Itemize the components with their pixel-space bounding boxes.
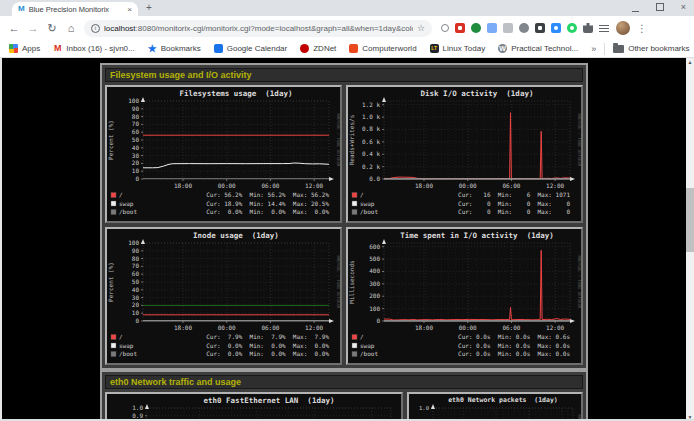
close-button[interactable]: × xyxy=(681,2,686,12)
gmail-extension-icon[interactable] xyxy=(455,23,465,33)
globe-extension-icon[interactable] xyxy=(471,23,481,33)
magnifier-extension-icon[interactable] xyxy=(441,24,449,32)
svg-text:06:00: 06:00 xyxy=(261,182,279,189)
time-spent-io-chart[interactable]: 010020030040050060018:0000:0006:0012:00T… xyxy=(346,227,583,365)
chat-extension-icon[interactable] xyxy=(551,23,561,33)
page-info-icon[interactable]: i xyxy=(91,24,100,33)
svg-text:Cur: 0.0s Min: 0.0s Max: 0.0: Cur: 0.0s Min: 0.0s Max: 0.0s xyxy=(458,350,570,357)
address-bar[interactable]: i localhost:8080/monitorix-cgi/monitorix… xyxy=(84,20,432,37)
svg-text:0.2 k: 0.2 k xyxy=(362,163,380,170)
profile-avatar[interactable] xyxy=(616,21,630,35)
monitorix-favicon: M xyxy=(18,4,25,14)
svg-text:Cur: 0.0% Min: 0.0% Max:: Cur: 0.0% Min: 0.0% Max: 0.0% xyxy=(206,208,329,215)
extensions-puzzle-icon[interactable] xyxy=(583,23,593,33)
svg-text:600: 600 xyxy=(369,243,380,250)
tune-extension-icon[interactable] xyxy=(599,23,609,33)
svg-text:eth0 FastEthernet LAN (1day): eth0 FastEthernet LAN (1day) xyxy=(204,396,335,405)
pages-extension-icon[interactable] xyxy=(487,23,497,33)
bookmark-computerworld[interactable]: Computerworld xyxy=(349,44,416,53)
svg-text:0.8 k: 0.8 k xyxy=(362,125,380,132)
svg-text:swap: swap xyxy=(360,342,375,350)
forward-icon[interactable]: → xyxy=(27,22,39,34)
svg-text:80: 80 xyxy=(132,113,140,120)
messenger-extension-icon[interactable] xyxy=(567,23,577,33)
svg-text:swap: swap xyxy=(360,200,375,208)
minimize-button[interactable] xyxy=(632,3,639,12)
svg-text:20: 20 xyxy=(132,159,140,166)
monitorix-page: Filesystem usage and I/O activity 010203… xyxy=(0,58,686,421)
bookmark-zdnet[interactable]: ZDNet xyxy=(300,44,336,53)
bookmarks-bar: Apps MInbox (16) - sjvn0... ★Bookmarks G… xyxy=(0,40,694,58)
scrollbar-thumb[interactable] xyxy=(686,188,694,252)
eth0-traffic-chart[interactable]: 0.00.10.20.30.40.50.60.70.80.91.018:0000… xyxy=(105,392,403,421)
bookmark-star-icon[interactable]: ☆ xyxy=(417,23,425,33)
svg-text:50: 50 xyxy=(132,136,140,143)
folder-icon xyxy=(613,45,624,53)
bookmark-linux-today[interactable]: LTLinux Today xyxy=(430,44,486,53)
maximize-button[interactable] xyxy=(656,3,664,11)
svg-text:30: 30 xyxy=(132,152,140,159)
svg-text:0.4 k: 0.4 k xyxy=(362,150,380,157)
svg-text:00:00: 00:00 xyxy=(459,324,477,331)
svg-text:/: / xyxy=(360,333,364,340)
disk-io-activity-chart[interactable]: 0.00.2 k0.4 k0.6 k0.8 k1.0 k1.2 k18:0000… xyxy=(346,85,583,223)
calendar-icon xyxy=(214,44,223,53)
svg-text:swap: swap xyxy=(119,200,134,208)
svg-text:1.2 k: 1.2 k xyxy=(362,101,380,108)
svg-text:06:00: 06:00 xyxy=(261,324,279,331)
svg-text:Cur: 16 Min: 6 Max: 107: Cur: 16 Min: 6 Max: 1071 xyxy=(458,191,570,198)
svg-text:RRDTOOL / TOBI OETIKER: RRDTOOL / TOBI OETIKER xyxy=(336,114,340,168)
svg-text:Cur: 56.2% Min: 56.2% Max: 5: Cur: 56.2% Min: 56.2% Max: 56.2% xyxy=(206,191,329,198)
tab-close-icon[interactable]: × xyxy=(127,5,132,14)
apps-grid-icon xyxy=(9,44,18,53)
gray-square-extension-icon[interactable] xyxy=(503,23,513,33)
svg-text:Cur: 7.9% Min: 7.9% Max:: Cur: 7.9% Min: 7.9% Max: 7.9% xyxy=(206,333,329,340)
browser-tab[interactable]: M Blue Precision Monitorix × xyxy=(12,2,138,16)
page-scrollbar[interactable]: ▲ ▼ xyxy=(686,58,694,421)
svg-text:100: 100 xyxy=(128,239,139,246)
svg-text:/boot: /boot xyxy=(119,350,137,357)
svg-text:Time spent in I/O activity (1: Time spent in I/O activity (1day) xyxy=(400,231,554,240)
svg-text:/: / xyxy=(360,191,364,198)
svg-text:18:00: 18:00 xyxy=(174,324,192,331)
camera-extension-icon[interactable] xyxy=(519,23,529,33)
bookmark-google-calendar[interactable]: Google Calendar xyxy=(214,44,287,53)
svg-text:/: / xyxy=(119,191,123,198)
reload-icon[interactable]: ↻ xyxy=(46,22,58,35)
svg-text:Filesystems usage (1day): Filesystems usage (1day) xyxy=(180,89,293,98)
svg-text:Cur: 0.0s Min: 0.0s Max: 0.0: Cur: 0.0s Min: 0.0s Max: 0.0s xyxy=(458,342,570,349)
eth0-packets-chart[interactable]: 0.00.20.40.60.81.018:0000:0006:0012:00et… xyxy=(407,392,583,421)
svg-text:70: 70 xyxy=(132,262,140,269)
back-icon[interactable]: ← xyxy=(8,22,20,34)
svg-text:Cur: 18.9% Min: 14.4% Max: 2: Cur: 18.9% Min: 14.4% Max: 20.5% xyxy=(206,200,329,207)
other-bookmarks[interactable]: Other bookmarks xyxy=(613,44,689,53)
url-host: localhost xyxy=(104,24,136,33)
svg-text:0.6 k: 0.6 k xyxy=(362,138,380,145)
bookmark-practical-technology[interactable]: WPractical Technol... xyxy=(498,44,578,53)
new-tab-button[interactable]: + xyxy=(146,2,152,13)
url-text: localhost:8080/monitorix-cgi/monitorix.c… xyxy=(104,24,413,33)
svg-text:500: 500 xyxy=(369,255,380,262)
svg-text:18:00: 18:00 xyxy=(174,182,192,189)
svg-text:Cur: 0.0% Min: 0.0% Max:: Cur: 0.0% Min: 0.0% Max: 0.0% xyxy=(206,350,329,357)
filesystems-usage-chart[interactable]: 010203040506070809010018:0000:0006:0012:… xyxy=(105,85,342,223)
scroll-up-icon[interactable]: ▲ xyxy=(686,58,694,66)
inode-usage-chart[interactable]: 010203040506070809010018:0000:0006:0012:… xyxy=(105,227,342,365)
home-icon[interactable]: ⌂ xyxy=(65,22,77,34)
svg-text:20: 20 xyxy=(132,301,140,308)
svg-text:60: 60 xyxy=(132,270,140,277)
svg-text:1.0: 1.0 xyxy=(132,404,143,411)
bookmarks-overflow-icon[interactable]: » xyxy=(591,44,596,54)
svg-text:06:00: 06:00 xyxy=(502,182,520,189)
bookmark-apps[interactable]: Apps xyxy=(9,44,40,53)
svg-text:/boot: /boot xyxy=(119,208,137,215)
svg-text:00:00: 00:00 xyxy=(218,324,236,331)
zdnet-icon xyxy=(300,44,309,53)
bookmark-bookmarks[interactable]: ★Bookmarks xyxy=(148,44,201,53)
svg-text:40: 40 xyxy=(132,286,140,293)
bookmarks-divider xyxy=(604,43,605,55)
screenshot-extension-icon[interactable] xyxy=(535,23,545,33)
bookmark-inbox[interactable]: MInbox (16) - sjvn0... xyxy=(53,44,134,53)
browser-menu-icon[interactable]: ⋮ xyxy=(637,23,647,34)
window-controls: × xyxy=(632,2,686,12)
